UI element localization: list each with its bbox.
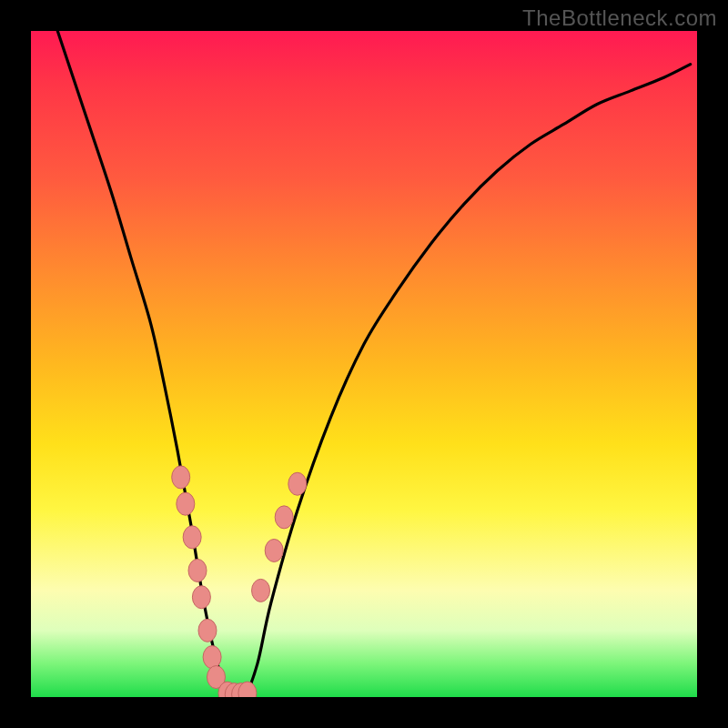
left-cluster-marker — [198, 619, 217, 642]
right-cluster-marker — [252, 579, 270, 602]
left-cluster-marker — [172, 466, 190, 489]
right-cluster-marker — [288, 472, 307, 495]
right-cluster-marker — [275, 506, 293, 529]
left-cluster-marker — [203, 646, 221, 669]
chart-frame: TheBottleneck.com — [0, 0, 728, 728]
left-cluster-marker — [188, 559, 207, 581]
bottleneck-chart — [31, 31, 697, 697]
left-cluster-marker — [183, 526, 201, 549]
bottleneck-curve — [57, 31, 690, 697]
left-cluster-marker — [192, 586, 210, 609]
watermark-text: TheBottleneck.com — [522, 5, 717, 31]
right-cluster-marker — [265, 539, 283, 561]
plot-area — [31, 31, 697, 697]
left-cluster-marker — [177, 492, 195, 515]
